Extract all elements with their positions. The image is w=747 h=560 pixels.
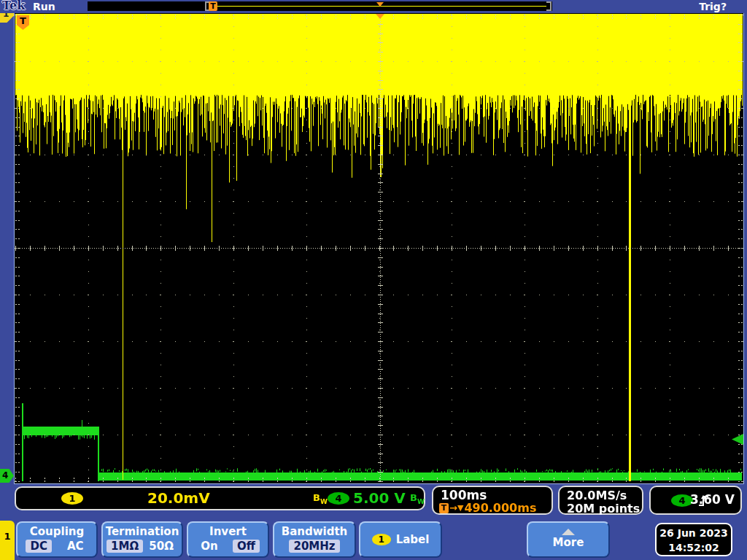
label-button[interactable]: 1 Label [359, 521, 442, 558]
trigger-t-icon: T [439, 503, 449, 513]
bandwidth-option-20mhz[interactable]: 20MHz [289, 540, 339, 553]
arrow-right-icon: → [449, 502, 457, 513]
acquisition-readout-box: 20.0MS/s 20M points [558, 486, 643, 515]
oscilloscope-screen: 1 T 4 Tek Run T Trig? 1 20.0mV BW 4 5.00… [0, 0, 747, 560]
triangle-down-icon: ▼ [457, 503, 463, 513]
softkey-menu: 1 Coupling DC AC Termination 1MΩ 50Ω Inv… [0, 519, 747, 560]
coupling-option-ac[interactable]: AC [63, 540, 88, 553]
termination-option-1mohm[interactable]: 1MΩ [107, 540, 143, 553]
invert-button[interactable]: Invert On Off [187, 521, 269, 558]
more-button[interactable]: More [527, 521, 610, 558]
trigger-level-readout: 3.60 V [690, 492, 735, 507]
ch1-bandwidth-limit-icon: BW [313, 492, 328, 505]
label-ch1-badge: 1 [372, 534, 391, 545]
label-button-text: Label [396, 533, 430, 546]
invert-option-off[interactable]: Off [233, 540, 260, 553]
horizontal-readout-box: 100ms T→▼490.000ms [432, 486, 553, 515]
channel-readouts-box: 1 20.0mV BW 4 5.00 V BW [15, 486, 425, 510]
waveform-display [0, 0, 747, 560]
ch1-badge: 1 [61, 492, 83, 505]
acquisition-status: Run [33, 0, 55, 13]
more-up-icon [562, 529, 575, 535]
trigger-readout-box: 4 3.60 V [649, 486, 742, 515]
record-length-readout: 20M points [567, 502, 640, 516]
ch4-badge: 4 [328, 492, 349, 505]
ch4-scale-readout: 5.00 V [353, 489, 406, 507]
time-text: 14:52:02 [657, 540, 731, 555]
bandwidth-button[interactable]: Bandwidth 20MHz [273, 521, 356, 558]
horizontal-scale-readout: 100ms [441, 488, 487, 502]
coupling-option-dc[interactable]: DC [26, 540, 51, 553]
trigger-status: Trig? [699, 0, 727, 13]
date-text: 26 Jun 2023 [657, 526, 731, 540]
record-view-right-bracket-icon [546, 1, 551, 11]
trigger-position-triangle-icon [376, 14, 384, 19]
more-button-text: More [528, 536, 608, 549]
sample-rate-readout: 20.0MS/s [567, 489, 627, 502]
status-bar: Tek Run T Trig? [0, 0, 747, 13]
datetime-display: 26 Jun 2023 14:52:02 [655, 523, 732, 556]
menu-channel-tab[interactable]: 1 [0, 521, 15, 560]
coupling-title: Coupling [18, 525, 96, 538]
termination-button[interactable]: Termination 1MΩ 50Ω [101, 521, 183, 558]
termination-option-50ohm[interactable]: 50Ω [144, 540, 178, 553]
ch4-bandwidth-limit-icon: BW [410, 492, 425, 505]
tek-logo: Tek [2, 0, 25, 12]
trigger-delay-readout: T→▼490.000ms [439, 501, 536, 515]
record-view-trigger-marker: T [209, 1, 217, 11]
coupling-button[interactable]: Coupling DC AC [16, 521, 98, 558]
termination-title: Termination [103, 525, 182, 538]
bandwidth-title: Bandwidth [274, 525, 355, 538]
record-view-trigger-triangle-icon [376, 2, 384, 7]
record-view-bar: T [88, 1, 552, 11]
invert-option-on[interactable]: On [196, 540, 222, 553]
ch1-scale-readout: 20.0mV [147, 489, 210, 507]
invert-title: Invert [188, 525, 268, 538]
trigger-delay-value: 490.000ms [464, 501, 536, 515]
